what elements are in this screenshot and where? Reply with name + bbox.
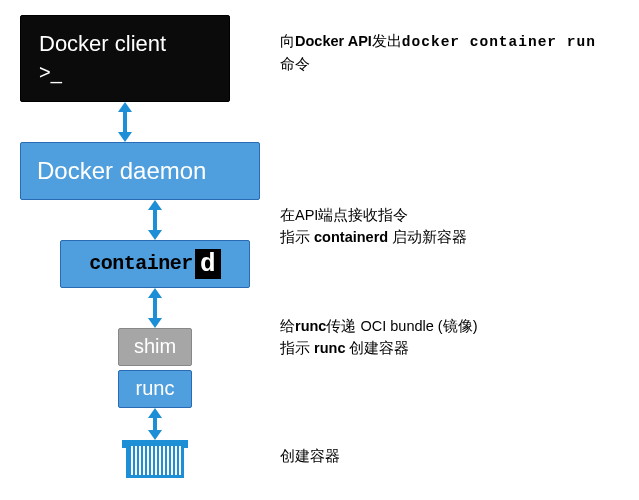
containerd-description: 给runc传递 OCI bundle (镜像) 指示 runc 创建容器 <box>280 315 639 360</box>
containerd-text: container <box>89 252 193 275</box>
arrow-daemon-containerd <box>60 200 250 240</box>
shim-box: shim <box>118 328 192 366</box>
arrow-client-daemon <box>20 102 230 142</box>
containerd-box: containerd <box>60 240 250 288</box>
arrow-runc-container <box>118 408 192 440</box>
docker-client-title: Docker client <box>39 30 211 59</box>
docker-daemon-title: Docker daemon <box>37 157 206 184</box>
shim-label: shim <box>134 335 176 358</box>
daemon-description: 在API端点接收指令 指示 containerd 启动新容器 <box>280 204 639 249</box>
runc-label: runc <box>136 377 175 400</box>
containerd-badge-icon: d <box>195 249 221 279</box>
double-arrow-icon <box>118 102 132 142</box>
docker-client-box: Docker client >_ <box>20 15 230 102</box>
runc-description: 创建容器 <box>280 445 639 467</box>
double-arrow-icon <box>148 288 162 328</box>
double-arrow-icon <box>148 408 162 440</box>
double-arrow-icon <box>148 200 162 240</box>
description-column: 向Docker API发出docker container run 命令 在AP… <box>280 15 639 467</box>
arrow-containerd-shim <box>118 288 192 328</box>
container-icon <box>118 440 192 478</box>
runc-box: runc <box>118 370 192 408</box>
diagram-column: Docker client >_ Docker daemon container… <box>20 15 260 478</box>
terminal-prompt-icon: >_ <box>39 59 211 85</box>
client-description: 向Docker API发出docker container run 命令 <box>280 30 639 76</box>
docker-daemon-box: Docker daemon <box>20 142 260 200</box>
